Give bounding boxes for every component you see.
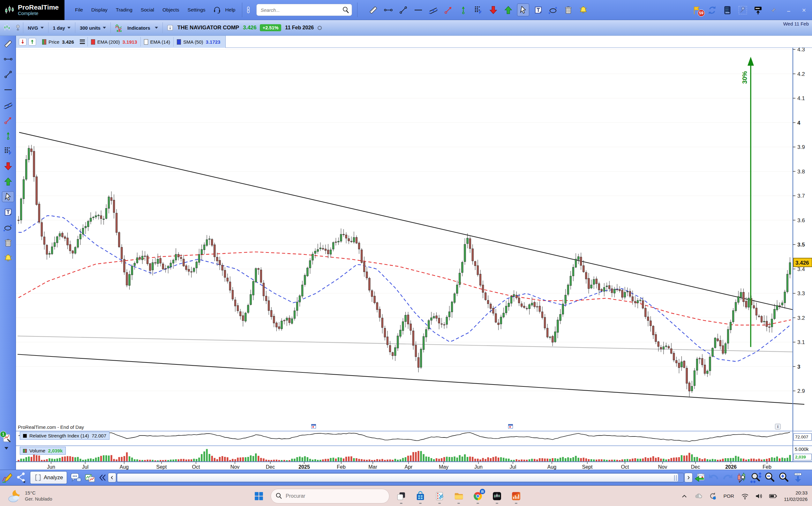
taskbar-app-snip[interactable] (432, 488, 447, 504)
anchor-pin-icon[interactable] (14, 23, 22, 32)
sidebar-caret-icon[interactable] (4, 447, 8, 449)
chart-canvas[interactable]: 30%4.34.24.143.93.83.73.63.53.43.33.23.1… (0, 48, 812, 470)
sidebar-text-tool-tool-button[interactable] (2, 206, 14, 218)
sidebar-ellipse-tool-button[interactable] (2, 222, 14, 233)
legend-price[interactable]: Price3.426 (39, 37, 77, 47)
scrollbar-thumb[interactable] (117, 474, 678, 482)
sell-marker-button[interactable] (19, 38, 26, 46)
scrollbar-track[interactable] (117, 473, 684, 482)
search-icon[interactable] (342, 6, 349, 14)
text-tool-tool-button[interactable] (532, 3, 544, 16)
chart-info-icon[interactable]: i (775, 424, 781, 429)
taskbar-clock[interactable]: 20:33 11/02/2026 (784, 490, 808, 503)
vertical-measure-tool-button[interactable] (457, 3, 469, 16)
sidebar-ruler-tool-button[interactable] (2, 38, 14, 49)
pin-button[interactable] (768, 4, 779, 16)
calendar-event-icon[interactable] (508, 424, 513, 428)
screenshot-button[interactable] (753, 4, 763, 16)
menu-trading[interactable]: Trading (112, 4, 137, 16)
share-button[interactable] (14, 471, 28, 485)
sidebar-channel-tool-button[interactable] (2, 99, 14, 110)
fibonacci-tool-button[interactable] (472, 3, 484, 16)
legend-sma50[interactable]: SMA (50)3.1723 (173, 37, 223, 47)
horizontal-line-tool-button[interactable] (412, 3, 424, 16)
symbol-dropdown[interactable]: NVG (24, 25, 47, 30)
indicator-settings-button[interactable]: 1 (1, 433, 14, 447)
duplicate-chart-button[interactable] (83, 471, 97, 485)
sidebar-vertical-measure-tool-button[interactable] (2, 130, 14, 141)
ruler-tool-button[interactable] (367, 3, 379, 16)
menu-social[interactable]: Social (137, 4, 158, 16)
flag-button[interactable]: 59 (691, 4, 702, 16)
notes-pencil-button[interactable] (0, 471, 14, 485)
chain-link-icon[interactable] (245, 4, 252, 15)
scroll-left-button[interactable] (108, 473, 116, 482)
refresh-button[interactable] (707, 4, 718, 16)
start-button[interactable] (252, 488, 266, 504)
redo-button[interactable] (721, 471, 735, 485)
taskbar-app-folder[interactable] (451, 488, 466, 504)
taskbar-app-store[interactable] (413, 488, 428, 504)
info-icon[interactable] (166, 24, 174, 31)
onedrive-icon[interactable] (694, 492, 703, 501)
server-button[interactable] (722, 4, 733, 16)
taskbar-app-task-view[interactable] (394, 488, 409, 504)
menu-settings[interactable]: Settings (184, 4, 210, 16)
wrench-faded-button[interactable] (737, 4, 748, 16)
sidebar-cursor-tool-button[interactable] (2, 191, 14, 202)
language-indicator[interactable]: POR (722, 493, 735, 499)
list-icon[interactable] (80, 38, 85, 45)
units-dropdown[interactable]: 300 units (77, 25, 109, 30)
trend-arrow-tool-button[interactable] (442, 3, 454, 16)
buy-marker-button[interactable] (28, 38, 36, 46)
wifi-icon[interactable] (741, 492, 749, 501)
sidebar-horizontal-line-tool-button[interactable] (2, 84, 14, 95)
calendar-event-icon[interactable] (311, 424, 316, 428)
sync-status-icon[interactable] (708, 492, 717, 501)
scroll-right-button[interactable] (684, 473, 693, 482)
battery-icon[interactable] (768, 492, 777, 501)
menu-display[interactable]: Display (87, 4, 112, 16)
scroll-far-left-button[interactable] (97, 471, 107, 485)
volume-panel-label[interactable]: Volume 2,039k (20, 447, 66, 455)
go-to-date-button[interactable] (693, 471, 707, 485)
taskbar-app-prt-orange[interactable] (509, 488, 524, 504)
taskbar-search-input[interactable] (271, 489, 389, 503)
chart-settings-button[interactable] (735, 471, 749, 485)
sidebar-segment-diagonal-tool-button[interactable] (2, 69, 14, 80)
sidebar-arrow-down-tool-button[interactable] (2, 161, 14, 172)
sidebar-fibonacci-tool-button[interactable] (2, 145, 14, 156)
segment-diagonal-tool-button[interactable] (397, 3, 409, 16)
taskbar-app-prt-dark[interactable] (490, 488, 504, 504)
sidebar-trash-tool-button[interactable] (2, 237, 14, 248)
menu-help[interactable]: Help (221, 4, 240, 16)
zoom-in-button[interactable] (777, 471, 791, 485)
bell-tool-button[interactable] (577, 3, 589, 16)
channel-tool-button[interactable] (427, 3, 439, 16)
sidebar-trend-arrow-tool-button[interactable] (2, 115, 14, 125)
timeframe-dropdown[interactable]: 1 day (50, 25, 74, 30)
sidebar-bell-tool-button[interactable] (2, 253, 14, 263)
rsi-panel-label[interactable]: Relative Strength Index (14) 72.007 (20, 432, 110, 440)
collapse-panel-button[interactable] (791, 471, 805, 485)
arrow-down-tool-button[interactable] (487, 3, 499, 16)
menu-objects[interactable]: Objects (158, 4, 184, 16)
legend-ema14[interactable]: EMA (14) (140, 37, 174, 47)
sidebar-segment-tool-button[interactable] (2, 54, 14, 64)
cursor-tool-button[interactable] (517, 3, 529, 16)
minimize-button[interactable] (783, 4, 794, 16)
sidebar-arrow-up-tool-button[interactable] (2, 176, 14, 187)
tray-chevron-up-icon[interactable] (680, 492, 689, 501)
undo-button[interactable] (707, 471, 721, 485)
chat-button[interactable] (69, 471, 83, 485)
legend-ema200[interactable]: EMA (200)3.1913 (87, 37, 140, 47)
taskbar-app-chrome[interactable]: R (470, 488, 485, 504)
indicators-dropdown[interactable]: Indicators (124, 25, 161, 30)
zoom-out-button[interactable] (763, 471, 777, 485)
arrow-up-tool-button[interactable] (502, 3, 514, 16)
taskbar-weather-widget[interactable]: 15°C Ger. Nublado (8, 489, 52, 503)
volume-icon[interactable] (754, 492, 763, 501)
segment-tool-button[interactable] (382, 3, 394, 16)
search-input[interactable] (256, 4, 352, 16)
close-button[interactable] (799, 4, 809, 16)
